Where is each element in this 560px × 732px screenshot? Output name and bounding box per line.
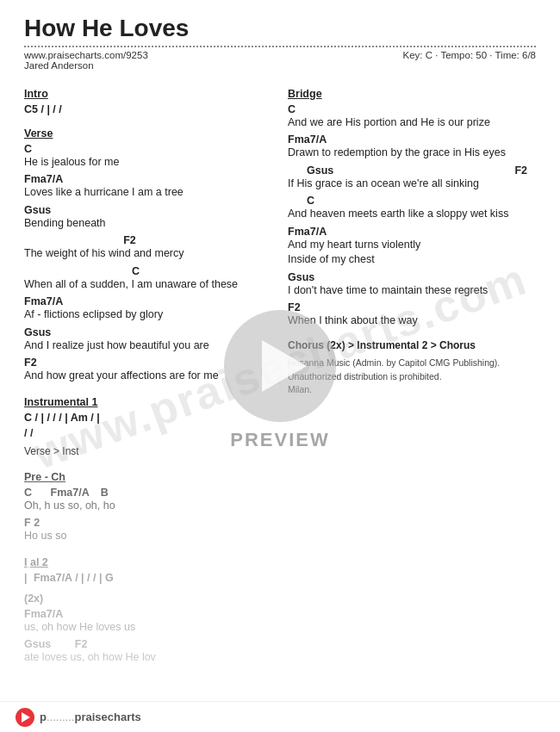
bridge-chord-3a: Gsus xyxy=(307,164,333,177)
verse-lyric-3: Bending beneath xyxy=(24,216,272,232)
instrumental1-label: Instrumental 1 xyxy=(24,396,272,408)
verse-chord-row-5: C xyxy=(24,262,272,277)
bridge-lyric-6: Inside of my chest xyxy=(288,252,536,268)
verse-chord-6: Fma7/A xyxy=(24,295,272,307)
pre-ch-chord1: C Fma7/A B xyxy=(24,487,272,499)
bridge-chord-1: C xyxy=(288,103,536,115)
verse-chord-row-4: F2 xyxy=(24,231,272,246)
bridge-chord-5: Fma7/A xyxy=(288,226,536,238)
chorus-lines: Fma7/A xyxy=(24,605,272,620)
verse-lyric-7: And I realize just how beautiful you are xyxy=(24,338,272,354)
bridge-lyric-8: When I think about the way xyxy=(288,313,536,329)
verse-lyric-2: Loves like a hurricane I am a tree xyxy=(24,185,272,201)
chorus-2x: (2x) xyxy=(24,592,272,605)
verse-inst: Verse > Inst xyxy=(24,444,272,459)
copyright-line3: Milan. xyxy=(288,383,536,397)
inst2-label: I al 2 xyxy=(24,556,272,568)
page: How He Loves www.praisecharts.com/9253 J… xyxy=(0,0,560,732)
bridge-label: Bridge xyxy=(288,88,536,100)
verse-lyric-6: Af - flictions eclipsed by glory xyxy=(24,307,272,323)
copyright-line2: Unauthorized distribution is prohibited. xyxy=(288,370,536,384)
bridge-lyric-1: And we are His portion and He is our pri… xyxy=(288,115,536,131)
verse-chord-7: Gsus xyxy=(24,326,272,338)
verse-chord-8: F2 xyxy=(24,357,272,369)
bridge-chord-2: Fma7/A xyxy=(288,133,536,146)
brand-dots: ......... xyxy=(47,710,75,723)
brand-name: praisecharts xyxy=(74,710,140,723)
verse-chord-1: C xyxy=(24,143,272,155)
verse-chord-4: F2 xyxy=(123,234,136,246)
meta-row: www.praisecharts.com/9253 Jared Anderson… xyxy=(24,50,536,71)
key: Key: C xyxy=(402,50,432,60)
meta-left: www.praisecharts.com/9253 Jared Anderson xyxy=(24,50,148,71)
bridge-chord-7: F2 xyxy=(288,301,536,313)
right-column: Bridge C And we are His portion and He i… xyxy=(288,81,536,666)
instrumental1-chords: C / | / / / | Am / | xyxy=(24,412,272,424)
verse-lyric-4: The weight of his wind and mercy xyxy=(24,246,272,262)
pre-ch-chord2: F 2 xyxy=(24,517,272,529)
verse-lyric-1: He is jealous for me xyxy=(24,155,272,171)
bridge-chord-row-3: Gsus F2 xyxy=(288,161,536,177)
meta-right: Key: C · Tempo: 50 · Time: 6/8 xyxy=(402,50,536,71)
pre-ch-lyric2: Ho us so xyxy=(24,529,272,544)
bridge-lyric-2: Drawn to redemption by the grace in His … xyxy=(288,146,536,161)
song-title: How He Loves xyxy=(24,16,536,42)
intro-chords: C5 / | / / xyxy=(24,103,272,115)
chorus-lyric2: ate loves us, oh how He lov xyxy=(24,650,272,666)
brand-text: p.........praisecharts xyxy=(40,710,141,723)
verse-lyric-5: When all of a sudden, I am unaware of th… xyxy=(24,277,272,293)
chorus-footer-text: Chorus (2x) > Instrumental 2 > Chorus xyxy=(288,339,476,351)
bridge-lyric-5: And my heart turns violently xyxy=(288,238,536,253)
bridge-lyric-7: I don't have time to maintain these regr… xyxy=(288,283,536,299)
inst2-chords: | Fma7/A / | / / | G​ xyxy=(24,572,272,584)
bridge-lyric-4: And heaven meets earth like a sloppy wet… xyxy=(288,207,536,222)
tempo: Tempo: 50 xyxy=(440,50,487,60)
verse-label: Verse xyxy=(24,127,272,140)
left-column: Intro C5 / | / / Verse C He is jealous f… xyxy=(24,81,272,666)
chorus-chord3: Gsus F2 xyxy=(24,638,272,650)
copyright: Hosanna Music (Admin. by Capitol CMG Pub… xyxy=(288,357,536,397)
instrumental1-chords2: / / xyxy=(24,427,272,439)
verse-chord-5: C xyxy=(132,265,140,277)
bottom-bar: p.........praisecharts xyxy=(0,701,560,732)
pre-chorus-label: Pre - Ch xyxy=(24,471,272,483)
divider xyxy=(24,46,536,47)
copyright-line1: Hosanna Music (Admin. by Capitol CMG Pub… xyxy=(288,357,536,370)
bridge-chord-6: Gsus xyxy=(288,271,536,283)
verse-chord-2: Fma7/A xyxy=(24,173,272,185)
bridge-chord-3b: F2 xyxy=(514,164,527,177)
columns: Intro C5 / | / / Verse C He is jealous f… xyxy=(24,81,536,666)
bridge-chord-4: C xyxy=(307,195,536,207)
bridge-lyric-3: If His grace is an ocean we're all sinki… xyxy=(288,177,536,192)
time: Time: 6/8 xyxy=(495,50,536,60)
url: www.praisecharts.com/9253 xyxy=(24,50,148,60)
verse-chord-3: Gsus xyxy=(24,204,272,216)
intro-label: Intro xyxy=(24,88,272,100)
chorus-lyric1: us, oh how He loves us xyxy=(24,620,272,636)
chorus-footer: Chorus (2x) > Instrumental 2 > Chorus xyxy=(288,339,536,351)
author: Jared Anderson xyxy=(24,60,94,71)
play-icon[interactable] xyxy=(16,708,34,727)
verse-lyric-8: And how great your affections are for me xyxy=(24,369,272,384)
pre-ch-lyric1: Oh, h us so, oh, ho xyxy=(24,499,272,514)
